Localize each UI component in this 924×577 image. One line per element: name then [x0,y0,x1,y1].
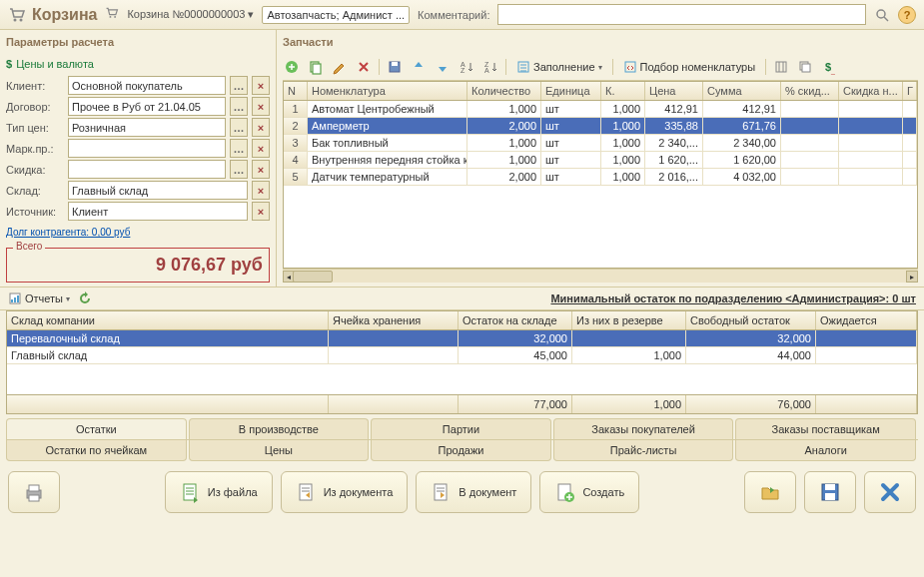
tab-партии[interactable]: Партии [371,418,551,439]
warehouse-clear-button[interactable]: × [252,181,270,200]
create-button[interactable]: Создать [539,471,639,513]
min-stock-link[interactable]: Минимальный остаток по подразделению <Ад… [550,292,916,304]
source-clear-button[interactable]: × [252,202,270,221]
parts-cell [781,118,839,134]
tab-цены[interactable]: Цены [189,440,370,461]
warehouse-field[interactable]: Главный склад [68,181,248,200]
parts-cell [903,118,917,134]
stock-col-header[interactable]: Свободный остаток [686,311,816,329]
parts-col-header[interactable]: Единица [541,82,601,100]
tab-заказы-покупателей[interactable]: Заказы покупателей [553,418,734,439]
marketing-field[interactable] [68,139,226,158]
client-lookup-button[interactable]: … [230,76,248,95]
stock-col-header[interactable]: Ожидается [816,311,917,329]
tab-остатки-по-ячейкам[interactable]: Остатки по ячейкам [6,440,187,461]
print-button[interactable] [8,471,60,513]
parts-col-header[interactable]: N [284,82,308,100]
stock-col-header[interactable]: Ячейка хранения [329,311,459,329]
parts-col-header[interactable]: Номенклатура [308,82,467,100]
parts-col-header[interactable]: % скид... [781,82,839,100]
parts-row[interactable]: 3Бак топливный1,000шт1,0002 340,...2 340… [284,135,917,152]
parts-col-header[interactable]: Скидка н... [839,82,903,100]
columns-button[interactable] [772,58,790,76]
parts-col-header[interactable]: Количество [467,82,541,100]
tab-в-производстве[interactable]: В производстве [189,418,370,439]
file-import-icon [180,481,202,503]
contract-clear-button[interactable]: × [252,97,270,116]
contract-field[interactable]: Прочее в Руб от 21.04.05 [68,97,226,116]
discount-clear-button[interactable]: × [252,160,270,179]
stock-col-header[interactable]: Склад компании [7,311,329,329]
stock-cell [816,347,917,363]
tab-заказы-поставщикам[interactable]: Заказы поставщикам [735,418,916,439]
stock-total-cell: 1,000 [572,395,686,413]
delete-button[interactable] [355,58,373,76]
pick-nomenclature-button[interactable]: Подбор номенклатуры [619,58,760,76]
stock-row[interactable]: Главный склад45,0001,00044,000 [7,347,917,364]
parts-col-header[interactable]: Сумма [703,82,781,100]
parts-row[interactable]: 2Амперметр2,000шт1,000335,88671,76 [284,118,917,135]
stock-cell [329,330,459,346]
client-field[interactable]: Основной покупатель [68,76,226,95]
parts-hscroll[interactable]: ◂▸ [283,269,918,283]
prices-currency-link[interactable]: $ Цены и валюта [6,54,270,74]
stock-row[interactable]: Перевалочный склад32,00032,000 [7,330,917,347]
open-folder-button[interactable] [744,471,796,513]
doc-number-link[interactable]: Корзина №0000000003 ▾ [127,8,254,21]
client-clear-button[interactable]: × [252,76,270,95]
parts-cell [839,152,903,168]
marketing-lookup-button[interactable]: … [230,139,248,158]
copy-button[interactable] [307,58,325,76]
sort-desc-button[interactable]: ZA [481,58,499,76]
close-button[interactable] [864,471,916,513]
contract-lookup-button[interactable]: … [230,97,248,116]
filter-combo[interactable]: Автозапчасть; Админист ... [262,6,410,24]
search-icon[interactable] [874,7,890,23]
source-field[interactable]: Клиент [68,202,248,221]
pricetype-field[interactable]: Розничная [68,118,226,137]
price-button[interactable]: $_ [820,58,838,76]
tab-остатки[interactable]: Остатки [6,418,187,439]
parts-cell: 412,91 [645,101,703,117]
help-button[interactable]: ? [898,6,916,24]
svg-rect-32 [825,484,835,490]
save-disk-button[interactable] [804,471,856,513]
save-button[interactable] [386,58,404,76]
move-down-button[interactable] [434,58,452,76]
parts-row[interactable]: 4Внутренняя передняя стойка к...1,000шт1… [284,152,917,169]
add-button[interactable] [283,58,301,76]
svg-rect-27 [300,484,312,500]
parts-cell [903,135,917,151]
from-doc-button[interactable]: Из документа [281,471,409,513]
marketing-clear-button[interactable]: × [252,139,270,158]
pricetype-lookup-button[interactable]: … [230,118,248,137]
comment-input[interactable] [497,4,866,25]
stock-col-header[interactable]: Остаток на складе [459,311,572,329]
edit-button[interactable] [331,58,349,76]
stock-col-header[interactable]: Из них в резерве [572,311,686,329]
total-value: 9 076,67 руб [13,251,263,280]
discount-lookup-button[interactable]: … [230,160,248,179]
tab-прайс-листы[interactable]: Прайс-листы [553,440,734,461]
debt-link[interactable]: Долг контрагента: 0,00 руб [6,223,270,242]
to-doc-button[interactable]: В документ [416,471,531,513]
parts-col-header[interactable]: Цена [645,82,703,100]
move-up-button[interactable] [410,58,428,76]
discount-field[interactable] [68,160,226,179]
refresh-button[interactable] [78,291,92,305]
copy-rows-button[interactable] [796,58,814,76]
tab-продажи[interactable]: Продажи [371,440,551,461]
parts-row[interactable]: 5Датчик температурный2,000шт1,0002 016,.… [284,169,917,186]
reports-menu[interactable]: Отчеты▾ [8,291,70,305]
parts-cell [903,152,917,168]
pricetype-clear-button[interactable]: × [252,118,270,137]
stock-grid: Склад компанииЯчейка храненияОстаток на … [6,310,918,414]
parts-row[interactable]: 1Автомат Центробежный1,000шт1,000412,914… [284,101,917,118]
sort-asc-button[interactable]: AZ [458,58,475,76]
fill-menu[interactable]: Заполнение▾ [512,58,606,76]
tab-аналоги[interactable]: Аналоги [735,440,916,461]
parts-col-header[interactable]: Г [903,82,917,100]
cart-icon [8,6,26,24]
parts-col-header[interactable]: К. [601,82,645,100]
from-file-button[interactable]: Из файла [165,471,273,513]
